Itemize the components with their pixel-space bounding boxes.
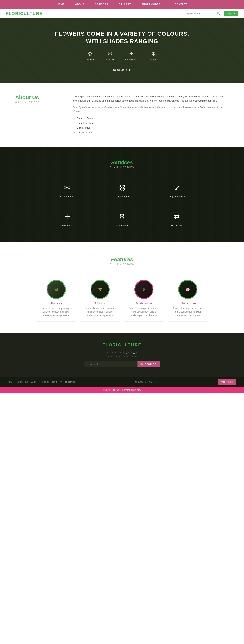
nav-item-home[interactable]: HOME (51, 0, 70, 9)
flower-icon: 🌸 (186, 287, 190, 292)
service-card-reprehenderit[interactable]: ⤢ Reprehenderit (150, 176, 204, 204)
hero-icon-suscipit: ❄ Suscipit (106, 50, 114, 61)
expand-icon: ⤢ (174, 184, 180, 192)
nav-item-shortcodes[interactable]: SHORT CODES ▼ (136, 0, 169, 9)
feature-title: Efficitur (83, 302, 117, 305)
services-subtitle: QUAM ULTRICES (8, 166, 236, 168)
about-list-item: Curabitur Diam (73, 131, 229, 134)
footer-link-services[interactable]: SERVICES (17, 381, 28, 383)
hero-title: FLOWERS COME IN A VARIETY OF COLOURS,WIT… (55, 30, 189, 45)
service-label: Claritasest (116, 224, 128, 227)
footer-link-gallery[interactable]: GALLERY (52, 381, 62, 383)
nav-item-services[interactable]: SERVICES (90, 0, 113, 9)
service-label: Reprehenderit (169, 195, 185, 198)
service-card-processus[interactable]: ⇄ Processus (150, 205, 204, 233)
features-title: Features (8, 256, 236, 262)
about-left: About Us QUAM ULTRICES (15, 94, 53, 103)
hero-icon-laboriosam: ✦ Laboriosam (125, 50, 137, 61)
service-label: Processus (171, 224, 183, 227)
feature-image-scelerisque: 🌵 (134, 280, 153, 299)
features-section: Features QUAM ULTRICES 🌿 Pharetra Donec … (0, 242, 244, 333)
scissors-icon: ✂ (64, 184, 70, 192)
hero-icon-voluptate: ✻ Voluptate (149, 50, 158, 61)
about-list: Quisque Posuere Nunc Erat Odio Duis Dign… (73, 117, 229, 134)
features-grid: 🌿 Pharetra Donec ullamcorper ipsum quis … (36, 276, 208, 322)
feature-image-ullamcorper: 🌸 (178, 280, 197, 299)
leaf-icon: ✿ (88, 50, 92, 57)
about-list-item: Quisque Posuere (73, 117, 229, 120)
plant-rows-icon: 🌿 (54, 287, 58, 292)
features-divider-bottom (117, 271, 127, 271)
read-more-button[interactable]: Read More ▼ (109, 67, 135, 73)
footer-subscribe: SUBSCRIBE (4, 361, 240, 367)
search-input[interactable] (185, 11, 216, 16)
about-section: About Us QUAM ULTRICES Duis turpis arcu,… (0, 83, 244, 147)
about-divider (63, 94, 63, 132)
feature-title: Pharetra (39, 302, 73, 305)
service-card-claritasest[interactable]: ⚙ Claritasest (95, 205, 149, 233)
feature-image-pharetra: 🌿 (47, 280, 66, 299)
feature-card-efficitur: 🌱 Efficitur Donec ullamcorper ipsum quis… (80, 276, 120, 322)
header-bar: FLORICULTURE 🔍 Sign In (0, 9, 244, 18)
services-section: Services QUAM ULTRICES ✂ Accusantium ⛓ C… (0, 147, 244, 242)
header-right: 🔍 Sign In (185, 11, 238, 16)
footer-logo: FLORICULTURE (4, 342, 240, 348)
hero-icons: ✿ Corporis ❄ Suscipit ✦ Laboriosam ✻ Vol… (55, 50, 189, 61)
feature-desc: Donec ullamcorper ipsum quis turpis scel… (39, 306, 73, 318)
subscribe-email-input[interactable] (84, 361, 138, 367)
move-icon: ✛ (64, 212, 70, 220)
service-card-miruestno[interactable]: ✛ Miruestno (40, 205, 94, 233)
hero-section: FLOWERS COME IN A VARIETY OF COLOURS,WIT… (0, 18, 244, 83)
about-list-item: Nunc Erat Odio (73, 122, 229, 124)
feature-desc: Donec ullamcorper ipsum quis turpis scel… (127, 306, 161, 318)
social-facebook-button[interactable]: f (107, 351, 113, 357)
signin-button[interactable]: Sign In (224, 11, 238, 16)
service-label: Accusantium (60, 195, 74, 198)
footer-link-about[interactable]: ABOUT (31, 381, 38, 383)
footer-phone: (+000) 123 456 789 (135, 381, 159, 383)
footer-link-home[interactable]: HOME (8, 381, 14, 383)
greenhouse-icon: 🌱 (98, 287, 102, 292)
nav-item-gallery[interactable]: GALLERY (113, 0, 136, 9)
about-body1: Duis turpis arcu, dictum eu tincidunt id… (73, 94, 229, 103)
dropdown-arrow-icon: ▼ (162, 4, 164, 6)
feature-card-pharetra: 🌿 Pharetra Donec ullamcorper ipsum quis … (36, 276, 76, 322)
footer-bottom-links: HOME SERVICES ABOUT ICONS GALLERY CONTAC… (8, 381, 75, 383)
about-list-item: Duis Dignissim (73, 126, 229, 129)
feature-title: Scelerisque (127, 302, 161, 305)
footer-link-icons[interactable]: ICONS (42, 381, 49, 383)
gear-icon: ⚙ (119, 212, 125, 220)
services-grid: ✂ Accusantium ⛓ Consequatur ⤢ Reprehende… (40, 176, 204, 233)
feature-image-efficitur: 🌱 (91, 280, 110, 299)
chain-icon: ⛓ (119, 184, 125, 192)
features-divider-top (117, 254, 127, 255)
footer-social: f t in v (4, 351, 240, 357)
watermark: 仿品社区bbs.xanlao.com免费下载使用品 (0, 387, 244, 392)
footer-bottom: HOME SERVICES ABOUT ICONS GALLERY CONTAC… (0, 377, 244, 387)
feature-card-ullamcorper: 🌸 Ullamcorper Donec ullamcorper ipsum qu… (168, 276, 208, 322)
about-title: About Us (15, 94, 53, 100)
shuffle-icon: ⇄ (174, 212, 180, 220)
hero-icon-corporis: ✿ Corporis (86, 50, 94, 61)
social-vimeo-button[interactable]: v (131, 351, 137, 357)
search-icon: 🔍 (217, 12, 220, 15)
about-subtitle: QUAM ULTRICES (15, 101, 53, 103)
service-card-consequatur[interactable]: ⛓ Consequatur (95, 176, 149, 204)
star-icon: ✦ (129, 50, 133, 57)
footer-cta-button[interactable]: 立即下载模板 (219, 379, 236, 385)
feature-desc: Donec ullamcorper ipsum quis turpis scel… (83, 306, 117, 318)
service-label: Miruestno (62, 224, 72, 227)
search-button[interactable]: 🔍 (216, 11, 222, 16)
subscribe-button[interactable]: SUBSCRIBE (138, 361, 160, 367)
nav-item-contact[interactable]: CONTACT (170, 0, 193, 9)
nav-item-about[interactable]: ABOUT (70, 0, 90, 9)
about-body2: Duis dignissim auctor rhoncus. Curabitur… (73, 106, 229, 113)
social-twitter-button[interactable]: t (115, 351, 121, 357)
service-card-accusantium[interactable]: ✂ Accusantium (40, 176, 94, 204)
snowflake-icon: ❄ (108, 50, 112, 57)
footer-link-contact[interactable]: CONTACT (65, 381, 75, 383)
feature-desc: Donec ullamcorper ipsum quis turpis scel… (171, 306, 205, 318)
social-instagram-button[interactable]: in (123, 351, 129, 357)
search-box: 🔍 (185, 11, 222, 16)
about-right: Duis turpis arcu, dictum eu tincidunt id… (73, 94, 229, 136)
